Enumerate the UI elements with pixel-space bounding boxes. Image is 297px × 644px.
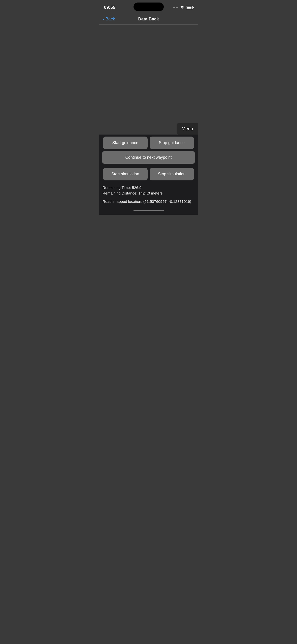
back-chevron-icon: ‹ [103, 17, 105, 22]
start-simulation-button[interactable]: Start simulation [103, 168, 148, 180]
wifi-icon [180, 6, 184, 10]
dynamic-island [134, 3, 164, 11]
status-time: 09:55 [104, 5, 115, 10]
home-indicator [99, 208, 198, 215]
signal-dot-3 [176, 7, 177, 8]
signal-dots [173, 7, 178, 8]
page-title: Data Back [138, 17, 159, 22]
battery-icon [186, 6, 193, 9]
battery-fill [187, 7, 191, 9]
continue-waypoint-button[interactable]: Continue to next waypoint [102, 151, 195, 164]
stop-guidance-button[interactable]: Stop guidance [150, 137, 194, 149]
home-bar [134, 210, 164, 211]
info-section: Remaining Time: 526.9 Remaining Distance… [99, 182, 198, 208]
bottom-panel: Start guidance Stop guidance Continue to… [99, 135, 198, 215]
simulation-button-row: Start simulation Stop simulation [99, 166, 198, 182]
waypoint-button-row: Continue to next waypoint [99, 151, 198, 166]
nav-bar: ‹ Back Data Back [99, 14, 198, 25]
remaining-distance-text: Remaining Distance: 1424.0 meters [103, 190, 194, 196]
map-area: Menu [99, 25, 198, 135]
stop-simulation-button[interactable]: Stop simulation [150, 168, 194, 180]
signal-dot-1 [173, 7, 174, 8]
signal-dot-2 [174, 7, 175, 8]
menu-button[interactable]: Menu [177, 123, 198, 135]
guidance-button-row: Start guidance Stop guidance [99, 135, 198, 151]
start-guidance-button[interactable]: Start guidance [103, 137, 148, 149]
status-bar: 09:55 [99, 0, 198, 14]
signal-dot-4 [177, 7, 178, 8]
remaining-time-text: Remaining Time: 526.9 [103, 185, 194, 191]
road-snapped-text: Road snapped location: (51.50760997, -0.… [103, 199, 194, 205]
time-distance-info: Remaining Time: 526.9 Remaining Distance… [103, 185, 194, 196]
status-icons [173, 6, 193, 10]
back-button[interactable]: ‹ Back [103, 17, 115, 22]
back-label: Back [106, 17, 115, 22]
